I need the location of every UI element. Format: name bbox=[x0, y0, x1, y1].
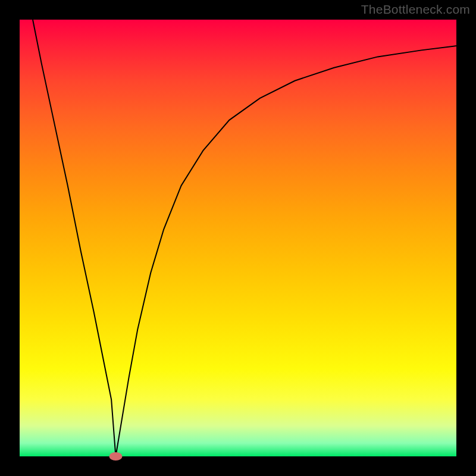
plot-area bbox=[20, 20, 456, 456]
chart-svg bbox=[20, 20, 456, 456]
watermark-label: TheBottleneck.com bbox=[361, 2, 470, 17]
chart-frame: TheBottleneck.com bbox=[0, 0, 476, 476]
minimum-marker bbox=[109, 452, 122, 461]
bottleneck-curve bbox=[33, 20, 456, 456]
